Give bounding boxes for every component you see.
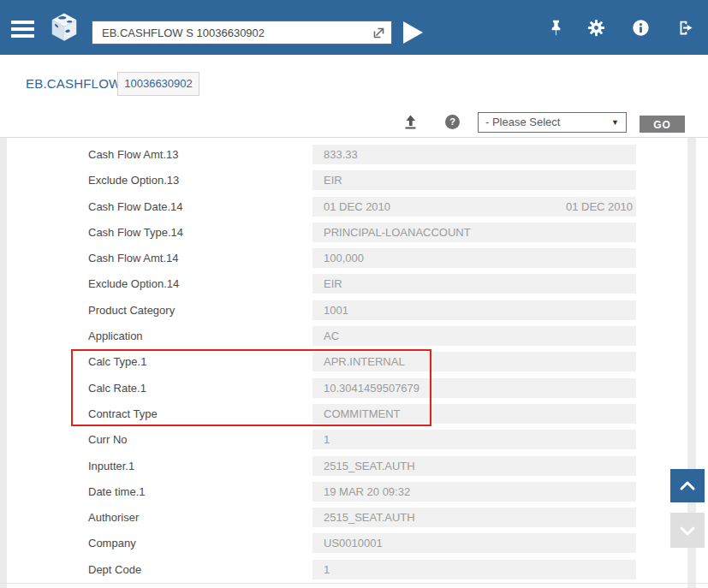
field-label: Curr No xyxy=(88,430,128,449)
field-value-box: 2515_SEAT.AUTH xyxy=(312,456,636,476)
form-row: Cash Flow Amt.13833.33 xyxy=(0,145,708,164)
field-value-box: US0010001 xyxy=(312,533,636,553)
field-label: Contract Type xyxy=(88,404,158,424)
chevron-down-icon xyxy=(677,520,698,541)
field-value-box: 100,000 xyxy=(312,248,636,268)
field-value-box: 01 DEC 201001 DEC 2010 xyxy=(312,197,636,217)
field-value: AC xyxy=(324,326,339,346)
record-title: EB.CASHFLOW xyxy=(26,76,121,91)
field-value-box: 10.3041459507679 xyxy=(312,378,636,398)
scroll-to-top-button[interactable] xyxy=(670,469,705,502)
field-value-box: 1 xyxy=(312,430,636,449)
field-value-right: 01 DEC 2010 xyxy=(566,197,633,217)
form-row: Exclude Option.14EIR xyxy=(0,274,708,294)
field-label: Company xyxy=(88,533,136,553)
field-label: Authoriser xyxy=(88,508,139,527)
form-row: Curr No1 xyxy=(0,430,708,449)
form-row: Calc Type.1APR.INTERNAL xyxy=(0,352,708,371)
info-icon[interactable] xyxy=(632,19,650,37)
content-top-divider xyxy=(0,137,708,138)
field-label: Cash Flow Amt.14 xyxy=(88,248,179,268)
pin-icon[interactable] xyxy=(547,19,565,37)
field-value: 100,000 xyxy=(324,248,364,268)
field-label: Calc Type.1 xyxy=(88,352,146,371)
bottom-edge-line xyxy=(0,583,708,584)
record-id-badge: 10036630902 xyxy=(117,72,199,96)
form-rows: Cash Flow Amt.13833.33Exclude Option.13E… xyxy=(0,145,708,585)
gear-icon[interactable] xyxy=(587,19,605,37)
field-label: Inputter.1 xyxy=(88,456,134,476)
globe-cube-logo-icon xyxy=(48,11,80,44)
form-row: Calc Rate.110.3041459507679 xyxy=(0,378,708,398)
field-value: 01 DEC 2010 xyxy=(324,197,390,217)
go-button[interactable]: GO xyxy=(640,116,685,133)
hamburger-menu-icon[interactable] xyxy=(11,21,34,38)
form-row: Inputter.12515_SEAT.AUTH xyxy=(0,456,708,476)
field-label: Cash Flow Date.14 xyxy=(88,197,183,217)
field-label: Cash Flow Type.14 xyxy=(88,223,183,242)
action-select-value: - Please Select xyxy=(485,116,560,128)
top-header-bar xyxy=(0,0,708,55)
field-value: PRINCIPAL-LOANACCOUNT xyxy=(324,223,471,242)
field-value: 2515_SEAT.AUTH xyxy=(324,508,415,527)
field-value-box: 1001 xyxy=(312,300,636,320)
form-row: Exclude Option.13EIR xyxy=(0,170,708,190)
field-value-box: COMMITMENT xyxy=(312,404,636,424)
field-label: Exclude Option.13 xyxy=(88,170,179,190)
form-row: Cash Flow Amt.14100,000 xyxy=(0,248,708,268)
field-value-box: EIR xyxy=(312,170,636,190)
field-value: 10.3041459507679 xyxy=(324,378,419,398)
field-label: Dept Code xyxy=(88,560,141,579)
form-row: Product Category1001 xyxy=(0,300,708,320)
field-value-box: AC xyxy=(312,326,636,346)
form-row: Authoriser2515_SEAT.AUTH xyxy=(0,508,708,527)
run-command-button[interactable] xyxy=(403,21,423,44)
app-window: EB.CASHFLOW 10036630902 ? - Please Selec… xyxy=(0,0,708,588)
field-value-box: PRINCIPAL-LOANACCOUNT xyxy=(312,223,636,242)
field-value: 19 MAR 20 09:32 xyxy=(324,482,410,502)
field-label: Application xyxy=(88,326,143,346)
field-value: 2515_SEAT.AUTH xyxy=(324,456,415,476)
field-value-box: APR.INTERNAL xyxy=(312,352,636,371)
field-value: COMMITMENT xyxy=(324,404,401,424)
field-label: Date time.1 xyxy=(88,482,145,502)
command-line-input[interactable] xyxy=(92,21,392,45)
chevron-down-icon: ▼ xyxy=(611,113,619,132)
form-row: ApplicationAC xyxy=(0,326,708,346)
field-value-box: 1 xyxy=(312,560,636,579)
field-value-box: 833.33 xyxy=(312,145,636,164)
open-in-window-icon[interactable] xyxy=(372,26,386,40)
field-value: 833.33 xyxy=(324,145,358,164)
action-select-dropdown[interactable]: - Please Select ▼ xyxy=(478,112,627,133)
form-row: Cash Flow Date.1401 DEC 201001 DEC 2010 xyxy=(0,197,708,217)
field-value: 1 xyxy=(324,430,330,449)
field-value-box: 19 MAR 20 09:32 xyxy=(312,482,636,502)
field-label: Cash Flow Amt.13 xyxy=(88,145,179,164)
field-value-box: 2515_SEAT.AUTH xyxy=(312,508,636,527)
field-value: US0010001 xyxy=(324,533,383,553)
chevron-up-icon xyxy=(677,476,698,496)
scroll-to-bottom-button[interactable] xyxy=(670,513,705,548)
help-icon[interactable]: ? xyxy=(445,115,460,129)
form-row: Contract TypeCOMMITMENT xyxy=(0,404,708,424)
field-label: Calc Rate.1 xyxy=(88,378,146,398)
field-value: 1 xyxy=(324,560,330,579)
field-label: Exclude Option.14 xyxy=(88,274,179,294)
field-value: 1001 xyxy=(324,300,348,320)
field-value: EIR xyxy=(324,170,342,190)
form-row: Date time.119 MAR 20 09:32 xyxy=(0,482,708,502)
form-row: Dept Code1 xyxy=(0,560,708,579)
field-value-box: EIR xyxy=(312,274,636,294)
field-value: EIR xyxy=(324,274,342,294)
field-label: Product Category xyxy=(88,300,175,320)
form-row: Cash Flow Type.14PRINCIPAL-LOANACCOUNT xyxy=(0,223,708,242)
upload-icon[interactable] xyxy=(402,114,419,130)
sign-out-icon[interactable] xyxy=(677,19,695,37)
form-row: CompanyUS0010001 xyxy=(0,533,708,553)
field-value: APR.INTERNAL xyxy=(324,352,405,371)
